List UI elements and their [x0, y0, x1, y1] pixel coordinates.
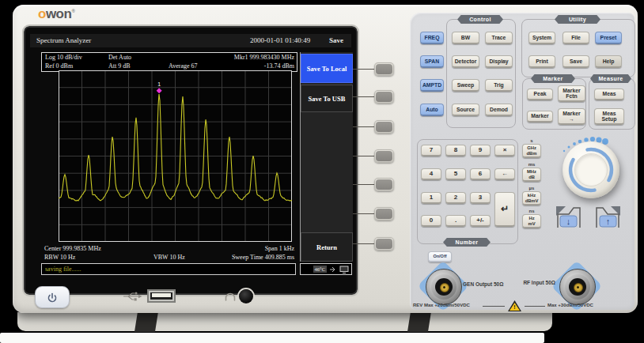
unit-tag-ms: ms	[522, 162, 541, 168]
key-0[interactable]: 0	[421, 215, 441, 227]
key-8[interactable]: 8	[445, 145, 466, 156]
trace-button[interactable]: Trace	[485, 32, 513, 44]
rotary-knob[interactable]	[563, 141, 619, 198]
key-7[interactable]: 7	[421, 145, 441, 156]
preset-button[interactable]: Preset	[595, 32, 622, 44]
softkey-lead-4	[353, 156, 374, 156]
status-bar: saving file......	[41, 263, 296, 275]
softkey-4[interactable]	[374, 149, 394, 163]
param-marker-freq: Mkr1 999.983430 MHz	[234, 54, 294, 62]
spectrum-plot: 1	[59, 70, 292, 242]
meas-button[interactable]: Meas	[594, 89, 624, 100]
print-button[interactable]: Print	[528, 55, 555, 68]
device-foot-left	[134, 311, 158, 332]
softkey-lead-2	[353, 96, 374, 97]
knob-center	[574, 153, 608, 187]
key-3[interactable]: 3	[470, 192, 491, 204]
power-icon	[47, 292, 58, 303]
key-9[interactable]: 9	[470, 145, 491, 156]
rf-input-label: RF Input 50Ω	[516, 280, 555, 285]
key-backspace[interactable]: ←	[494, 168, 515, 180]
param-att: Att 9 dB	[108, 62, 131, 70]
footer-rbw: RBW 10 Hz	[44, 254, 75, 262]
trig-button[interactable]: Trig	[485, 79, 513, 92]
menu-save-to-usb[interactable]: Save To USB	[301, 85, 353, 112]
unit-key-ghz-dbm[interactable]: GHz dBm	[522, 144, 541, 158]
footer-span: Span 1 kHz	[265, 245, 294, 253]
key-4[interactable]: 4	[421, 168, 441, 180]
key-1[interactable]: 1	[421, 192, 441, 204]
key-multiply[interactable]: ×	[494, 145, 515, 156]
amptd-button[interactable]: AMPTD	[420, 79, 444, 92]
gen-output-connector	[426, 269, 462, 305]
meas-setup-button[interactable]: Meas Setup	[594, 108, 624, 125]
key-plus-minus[interactable]: +/-	[470, 215, 491, 227]
marker-number-label: 1	[157, 81, 161, 87]
softkey-lead-5	[353, 184, 374, 185]
max-input-label: Max +30dBm/50VDC	[547, 303, 593, 307]
param-ref: Ref 0 dBm	[45, 62, 73, 70]
source-button[interactable]: Source	[452, 104, 479, 116]
measurement-params: Log 10 dB/div Det Auto Mkr1 999.983430 M…	[41, 52, 297, 72]
warning-icon: !	[508, 300, 521, 311]
warning-exclamation: !	[508, 303, 521, 311]
brand-logo-rest: won	[46, 6, 72, 21]
key-dot[interactable]: .	[445, 215, 466, 227]
unit-key-hz-mv[interactable]: Hz mV	[522, 214, 541, 228]
file-button[interactable]: File	[563, 32, 589, 44]
bw-button[interactable]: BW	[452, 32, 479, 44]
softkey-lead-1	[353, 69, 374, 70]
power-button[interactable]	[35, 286, 70, 308]
marker-to-button[interactable]: Marker →	[558, 108, 585, 125]
param-marker-level: -13.74 dBm	[264, 62, 294, 70]
status-icons: 46°C	[300, 263, 352, 275]
menu-save-to-local[interactable]: Save To Local	[301, 54, 353, 83]
step-up-button[interactable]: ↑	[594, 204, 623, 229]
softkey-5[interactable]	[374, 178, 394, 191]
marker-fctn-button[interactable]: Marker Fctn	[558, 85, 585, 102]
usb-icon	[122, 291, 143, 302]
softkey-6[interactable]	[374, 207, 394, 220]
sweep-button[interactable]: Sweep	[452, 79, 479, 92]
softkey-7[interactable]	[374, 237, 394, 251]
softkey-3[interactable]	[374, 120, 394, 134]
key-5[interactable]: 5	[445, 168, 466, 180]
unit-key-khz-dbmv[interactable]: kHz dBmV	[522, 191, 541, 205]
marker-diamond-icon	[157, 88, 162, 93]
menu-return[interactable]: Return	[301, 232, 353, 262]
detector-button[interactable]: Detector	[452, 55, 479, 68]
auto-button[interactable]: Auto	[420, 104, 444, 116]
remote-screen-icon	[339, 266, 349, 273]
save-button[interactable]: Save	[563, 55, 589, 68]
softkey-lead-6	[353, 213, 374, 214]
key-2[interactable]: 2	[445, 192, 466, 204]
step-down-button[interactable]: ↓	[554, 204, 582, 229]
demod-button[interactable]: Demod	[485, 104, 513, 116]
unit-tag-ns: ns	[522, 209, 541, 214]
display-button[interactable]: Display	[485, 55, 513, 68]
softkey-2[interactable]	[374, 90, 394, 104]
screen-datetime: 2000-01-01 01:40:49	[250, 34, 310, 47]
usb-status-icon	[329, 266, 337, 273]
key-enter[interactable]: ↵	[494, 192, 515, 227]
onoff-button[interactable]: On/Off	[428, 251, 452, 262]
key-6[interactable]: 6	[470, 168, 491, 180]
utility-group	[521, 19, 635, 77]
marker-button[interactable]: Marker	[527, 111, 553, 122]
softkey-1[interactable]	[374, 62, 394, 76]
peak-button[interactable]: Peak	[527, 89, 553, 100]
up-arrow-icon: ↑	[606, 217, 611, 226]
audio-jack	[239, 289, 253, 303]
rev-max-label: REV Max +20dBm/50VDC	[413, 303, 470, 307]
footer-vbw: VBW 10 Hz	[153, 254, 185, 262]
freq-button[interactable]: FREQ	[420, 32, 444, 44]
device-foot-right	[407, 311, 431, 332]
measure-group-label: Measure	[590, 74, 631, 83]
softkey-menu: Save To Local Save To USB Return	[300, 52, 353, 262]
unit-key-mhz-db[interactable]: MHz dB	[522, 168, 541, 182]
divider	[483, 306, 505, 307]
span-button[interactable]: SPAN	[420, 55, 444, 68]
gen-output-label: GEN Output 50Ω	[463, 281, 503, 287]
help-button[interactable]: Help	[595, 55, 622, 68]
system-button[interactable]: System	[528, 32, 555, 44]
